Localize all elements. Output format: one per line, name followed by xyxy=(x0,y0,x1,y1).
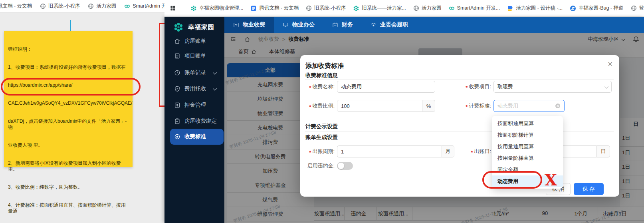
bookmark-label: 幸福家园-Bug - 禅道 xyxy=(579,5,624,12)
globe-icon xyxy=(413,5,419,11)
fee-ratio-input[interactable] xyxy=(337,100,422,112)
chevron-down-icon xyxy=(213,70,217,74)
label-text: 收费项目: xyxy=(469,83,491,90)
globe-icon xyxy=(631,5,637,11)
sidebar-item-label: 收费标准 xyxy=(184,133,206,140)
bookmark-label: 活力家园 xyxy=(96,3,116,10)
bookmark-item[interactable]: 旧系统-小程序 xyxy=(306,5,346,12)
billing-cycle-input[interactable] xyxy=(337,145,442,157)
dropdown-option[interactable]: 按面积阶梯计算 xyxy=(492,129,563,141)
screenshot-root: 讯文档 - 云文档 旧系统-小程序 活力家园 SmartAdmin 开发环...… xyxy=(0,0,644,223)
field-label-project: * 收费项目: xyxy=(454,81,491,93)
bookmark-label: 旧系统——活力家... xyxy=(362,5,406,12)
note-line: 1、收费项目：系统提前设置好的所有收费项目，数据在 xyxy=(8,64,129,70)
bookmark-label: 幸福家园物业管理... xyxy=(199,5,243,12)
nav-tab-property-fees[interactable]: 物业收费 xyxy=(224,17,274,33)
sidebar-item-deposit-management[interactable]: 押金管理 xyxy=(164,99,224,111)
label-text: 出账周期: xyxy=(312,148,335,155)
blue-connector-line xyxy=(70,20,71,31)
bookmark-item[interactable]: SmartAdmin 开发环... xyxy=(124,3,164,10)
document-icon xyxy=(174,53,180,59)
label-text: 计费标准: xyxy=(469,102,491,110)
sidebar-item-house-fee-binding[interactable]: 房屋收费绑定 xyxy=(164,115,224,127)
dropdown-option[interactable]: 按用量通用直算 xyxy=(492,141,563,152)
nav-tab-property-office[interactable]: 物业办公 xyxy=(274,17,323,33)
nav-tab-label: 财务 xyxy=(342,21,353,28)
bookmark-label: SmartAdmin 开发... xyxy=(457,5,500,12)
label-text: 出账日: xyxy=(474,148,491,155)
sidebar-item-label: 账单记录 xyxy=(184,69,206,76)
bookmark-item[interactable]: 幸福家园物业管理... xyxy=(190,5,243,12)
nav-tab-finance[interactable]: 财务 xyxy=(323,17,362,33)
field-label-day: * 出账日: xyxy=(454,145,491,157)
bookmark-item[interactable]: 旧系统——活力家... xyxy=(353,5,406,12)
fee-project-select[interactable]: 取暖费 xyxy=(493,81,612,93)
bookmark-item[interactable]: 旧系统-小程序 xyxy=(40,3,80,10)
penalty-toggle[interactable] xyxy=(337,162,353,170)
sidebar-item-house-bills[interactable]: 房屋账单 xyxy=(164,35,224,47)
red-circle-annotation xyxy=(482,171,542,189)
nav-tab-label: 物业办公 xyxy=(292,21,315,28)
nav-tab-label: 业委会履职 xyxy=(380,21,408,28)
clock-icon xyxy=(174,70,180,76)
sidebar: 幸福家园 房屋账单 项目账单 账单记录 费用托收 xyxy=(164,17,224,223)
sidebar-item-bill-records[interactable]: 账单记录 xyxy=(164,67,224,79)
option-label: 按用量阶梯直算 xyxy=(497,155,534,162)
bookmark-item[interactable]: 讯文档 - 云文档 xyxy=(0,3,32,10)
bookmark-item[interactable]: 腾讯文档 - 云文档 xyxy=(250,5,299,12)
bookmark-label: 活力家园 xyxy=(422,5,442,12)
note-line: 4、计费标准：按面积通用直算、按面积阶梯计算、按用量通 xyxy=(8,202,129,214)
apps-grid-icon[interactable] xyxy=(170,5,176,12)
bookmark-label: 腾讯文档 - 云文档 xyxy=(259,5,299,12)
modal-title: 添加收费标准 xyxy=(305,62,344,70)
bookmark-item[interactable]: 活力家园 xyxy=(88,3,116,10)
top-navbar: 物业收费 物业办公 财务 业委会履职 xyxy=(224,17,644,33)
bank-icon xyxy=(371,22,376,28)
toggle-knob xyxy=(338,163,344,169)
bookmark-label: 活力家园 - 设计稿 -... xyxy=(516,5,563,12)
section-header-info: 收费标准信息 xyxy=(305,72,338,79)
save-button[interactable]: 保 存 xyxy=(574,183,604,195)
clipboard-check-icon xyxy=(174,118,180,124)
bookmark-item[interactable]: 活力家园 - 设计稿 -... xyxy=(507,5,563,12)
option-label: 按面积通用直算 xyxy=(497,120,534,127)
bookmark-item[interactable]: 登 xyxy=(631,5,644,12)
globe-icon xyxy=(40,3,46,9)
calendar-icon xyxy=(332,22,338,28)
target-icon xyxy=(174,133,180,140)
bookmark-item[interactable]: 活力家园 xyxy=(413,5,442,12)
field-label-cycle: * 出账周期: xyxy=(300,145,335,157)
monitor-icon xyxy=(283,22,289,28)
tencent-docs-icon xyxy=(250,5,257,12)
left-browser-bookmarks-bar: 讯文档 - 云文档 旧系统-小程序 活力家园 SmartAdmin 开发环... xyxy=(0,0,164,13)
clear-icon[interactable] xyxy=(555,103,561,109)
billing-standard-select[interactable]: 动态费用 xyxy=(493,100,565,112)
note-line: 3、收费比例：纯数字，且为整数。 xyxy=(8,184,129,190)
flower-icon xyxy=(190,5,197,12)
nav-tab-owners-committee[interactable]: 业委会履职 xyxy=(362,17,417,33)
day-suffix: 日 xyxy=(597,145,610,157)
bookmark-label: 登 xyxy=(639,5,644,12)
section-divider xyxy=(305,80,614,80)
red-x-annotation: X xyxy=(545,172,557,188)
bookmark-item[interactable]: SmartAdmin 开发... xyxy=(449,5,500,12)
sticky-note[interactable]: 弹框说明： 1、收费项目：系统提前设置好的所有收费项目，数据在 https://… xyxy=(4,31,133,167)
cycle-suffix-month: 月 xyxy=(442,145,454,157)
required-mark: * xyxy=(471,149,473,155)
bookmark-label: 讯文档 - 云文档 xyxy=(0,3,32,10)
deposit-icon xyxy=(174,102,180,108)
sidebar-item-fee-standard[interactable]: 收费标准 xyxy=(164,131,224,143)
fee-name-input[interactable] xyxy=(337,81,435,93)
sidebar-item-project-bills[interactable]: 项目账单 xyxy=(164,50,224,62)
sidebar-item-fee-collection[interactable]: 费用托收 xyxy=(164,83,224,95)
dropdown-option[interactable]: 按面积通用直算 xyxy=(492,117,563,129)
right-browser-bookmarks-bar: 幸福家园物业管理... 腾讯文档 - 云文档 旧系统-小程序 旧系统——活力家.… xyxy=(164,0,644,17)
globe-icon xyxy=(306,5,312,11)
select-value: 取暖费 xyxy=(497,83,513,90)
close-icon[interactable]: ✕ xyxy=(608,60,613,68)
dropdown-option[interactable]: 按用量阶梯直算 xyxy=(492,152,563,164)
sidebar-item-label: 房屋账单 xyxy=(184,38,206,45)
select-placeholder-value: 动态费用 xyxy=(497,102,518,110)
bookmark-item[interactable]: 幸福家园-Bug - 禅道 xyxy=(570,5,624,12)
flower-logo-icon xyxy=(173,22,184,32)
